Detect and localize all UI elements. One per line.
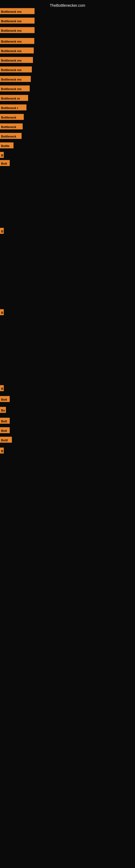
bottleneck-item[interactable]: Bottleneck res [0, 48, 34, 54]
bottleneck-item[interactable]: Bottleneck [0, 133, 21, 139]
bottleneck-item[interactable]: Bottleneck [0, 123, 23, 129]
bottleneck-item[interactable]: Bottleneck [0, 114, 24, 120]
bottleneck-item[interactable]: Bottleneck res [0, 27, 35, 33]
bottleneck-item[interactable]: Bott [0, 160, 10, 166]
bottleneck-item[interactable]: B [0, 385, 4, 391]
bottleneck-item[interactable]: Bott [0, 427, 10, 433]
bottleneck-item[interactable]: Bottleneck res [0, 66, 32, 72]
bottleneck-item[interactable]: B [0, 152, 4, 158]
bottleneck-item[interactable]: Bottleneck res [0, 8, 35, 14]
bottleneck-item[interactable]: Bottleneck res [0, 38, 34, 44]
bottleneck-item[interactable]: Bottleneck res [0, 86, 30, 91]
bottleneck-item[interactable]: Bott [0, 396, 10, 402]
bottleneck-item[interactable]: B [0, 447, 4, 454]
bottleneck-item[interactable]: Bottleneck r [0, 104, 27, 111]
bottleneck-item[interactable]: B [0, 228, 4, 234]
bottleneck-item[interactable]: Bottl [0, 437, 12, 443]
bottleneck-item[interactable]: Bottleneck res [0, 57, 33, 63]
bottleneck-item[interactable]: Bottleneck res [0, 18, 35, 24]
bottleneck-item[interactable]: Bott [0, 418, 10, 424]
bottleneck-item[interactable]: Bottle [0, 143, 13, 148]
bottleneck-item[interactable]: Bottleneck res [0, 76, 31, 82]
bottleneck-item[interactable]: Bo [0, 407, 6, 413]
bottleneck-item[interactable]: Bottleneck re [0, 95, 28, 101]
bottleneck-item[interactable]: B [0, 309, 4, 315]
